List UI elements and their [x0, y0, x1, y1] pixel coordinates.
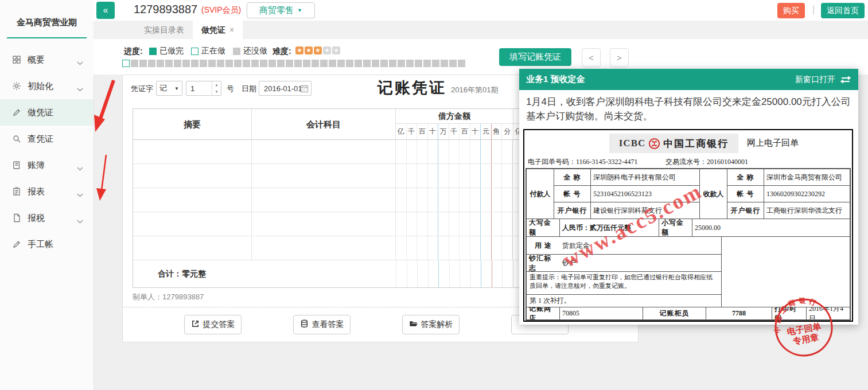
open-new-window-button[interactable]: 新窗口打开 [795, 75, 851, 85]
spinner-up-icon[interactable]: ▲ [212, 81, 221, 88]
task-square-4[interactable] [148, 60, 155, 67]
summary-cell[interactable] [133, 140, 252, 163]
action-button-3[interactable]: 答案解析 [402, 315, 460, 334]
task-square-13[interactable] [225, 60, 233, 67]
spinner-down-icon[interactable]: ▼ [212, 88, 221, 95]
sidebar-item-7[interactable]: 报税 [0, 205, 94, 231]
action-button-1[interactable]: 提交答案 [184, 315, 242, 334]
task-square-12[interactable] [217, 60, 224, 67]
collapse-sidebar-button[interactable]: « [96, 2, 115, 19]
task-square-19[interactable] [277, 60, 285, 67]
task-square-17[interactable] [260, 60, 267, 67]
summary-cell[interactable] [133, 164, 252, 188]
legend-item: 正在做 [191, 46, 225, 56]
task-square-2[interactable] [131, 60, 138, 67]
task-square-33[interactable] [398, 60, 405, 67]
date-input[interactable]: 2016-01-01 [259, 81, 312, 96]
digit-header-cell: 十 [428, 124, 439, 139]
task-square-27[interactable] [346, 60, 353, 67]
account-cell[interactable] [252, 188, 396, 212]
sidebar-item-2[interactable]: 初始化 [0, 73, 94, 99]
account-cell[interactable] [252, 236, 396, 260]
tab-1[interactable]: 实操目录表 [135, 21, 193, 39]
account-cell[interactable] [252, 212, 396, 236]
home-button[interactable]: 返回首页 [821, 3, 865, 18]
red-arrow-icon [102, 155, 106, 190]
file-icon [11, 213, 22, 223]
bank-label: 开户银行 [554, 202, 591, 219]
task-square-30[interactable] [372, 60, 379, 67]
receipt-doc-type: 网上电子回单 [747, 138, 799, 149]
task-square-23[interactable] [312, 60, 319, 67]
task-square-26[interactable] [337, 60, 345, 67]
bank-name: 中国工商银行 [663, 137, 729, 150]
task-square-15[interactable] [243, 60, 250, 67]
sidebar-item-label: 手工帐 [28, 239, 53, 250]
account-cell[interactable] [252, 140, 396, 163]
task-square-40[interactable] [458, 60, 465, 67]
task-square-38[interactable] [441, 60, 448, 67]
fill-voucher-button[interactable]: 填写记账凭证 [499, 48, 571, 66]
account-cell[interactable] [252, 164, 396, 188]
voucher-number-input[interactable]: 1 ▲▼ [186, 81, 221, 96]
task-square-10[interactable] [200, 60, 207, 67]
task-square-22[interactable] [303, 60, 310, 67]
sidebar-item-3[interactable]: 做凭证 [0, 99, 94, 126]
task-square-32[interactable] [389, 60, 396, 67]
prev-task-button[interactable]: < [582, 48, 601, 67]
task-square-37[interactable] [432, 60, 439, 67]
task-square-5[interactable] [157, 60, 164, 67]
summary-cell[interactable] [133, 212, 252, 236]
digit-cell [470, 140, 481, 163]
task-square-29[interactable] [363, 60, 371, 67]
open-new-window-label: 新窗口打开 [795, 75, 835, 85]
next-task-button[interactable]: > [610, 48, 629, 67]
course-dropdown[interactable]: 商贸零售 ▼ [247, 2, 315, 18]
digit-cell [470, 188, 481, 212]
task-square-7[interactable] [174, 60, 181, 67]
task-square-25[interactable] [329, 60, 336, 67]
task-square-34[interactable] [406, 60, 414, 67]
task-square-24[interactable] [320, 60, 328, 67]
voucher-word-select[interactable]: 记 ▼ [156, 81, 182, 96]
task-square-18[interactable] [268, 60, 276, 67]
task-square-11[interactable] [208, 60, 216, 67]
task-square-3[interactable] [139, 60, 147, 67]
buy-button[interactable]: 购买 [777, 3, 805, 18]
tab-2[interactable]: 做凭证× [193, 21, 243, 39]
task-square-35[interactable] [415, 60, 422, 67]
task-square-6[interactable] [165, 60, 173, 67]
chevron-down-icon [77, 216, 83, 225]
sidebar-item-8[interactable]: 手工帐 [0, 231, 94, 258]
task-square-16[interactable] [251, 60, 259, 67]
sidebar-item-4[interactable]: 查凭证 [0, 126, 94, 152]
tab-bar: 实操目录表做凭证× [94, 21, 868, 39]
voucher-number-suffix: 号 [227, 84, 234, 94]
task-square-28[interactable] [355, 60, 362, 67]
task-square-14[interactable] [234, 60, 242, 67]
digit-cell [449, 140, 460, 163]
payer-account: 52310452106523123 [591, 186, 700, 202]
topbar: « 1279893887 (SVIP会员) 商贸零售 ▼ 购买 | 返回首页 [94, 0, 868, 21]
task-square-1[interactable] [122, 60, 130, 67]
digit-cell [502, 164, 513, 188]
task-square-39[interactable] [449, 60, 457, 67]
receipt-table: 付款人 全 称 深圳朗科电子科技有限公司 收款人 全 称 深圳市金马商贸有限公司… [526, 168, 851, 321]
task-square-8[interactable] [182, 60, 190, 67]
amount-words: 人民币：贰万伍仟元整 [560, 219, 659, 237]
summary-cell[interactable] [133, 236, 252, 260]
task-square-20[interactable] [286, 60, 293, 67]
sidebar-item-6[interactable]: 报表 [0, 178, 94, 205]
task-square-9[interactable] [191, 60, 198, 67]
summary-cell[interactable] [133, 188, 252, 212]
difficulty-star-icon: ★ [295, 46, 303, 54]
sidebar-item-1[interactable]: 概要 [0, 46, 94, 73]
task-square-36[interactable] [423, 60, 431, 67]
close-icon[interactable]: × [229, 25, 234, 34]
sidebar-item-5[interactable]: 账簿 [0, 152, 94, 178]
action-button-2[interactable]: 查看答案 [293, 315, 351, 334]
task-square-31[interactable] [380, 60, 388, 67]
payer-payee-section: 付款人 全 称 深圳朗科电子科技有限公司 收款人 全 称 深圳市金马商贸有限公司… [527, 169, 850, 219]
task-square-21[interactable] [294, 60, 302, 67]
payer-name: 深圳朗科电子科技有限公司 [591, 169, 700, 186]
